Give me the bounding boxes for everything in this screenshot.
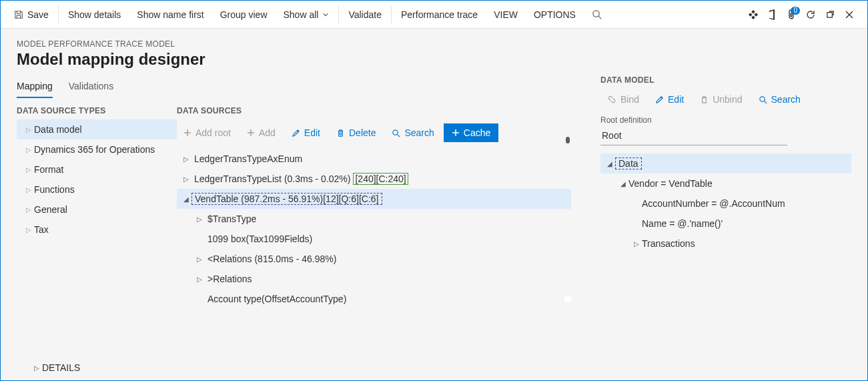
- svg-line-1: [598, 16, 601, 19]
- show-all-dropdown[interactable]: Show all: [276, 1, 338, 28]
- dst-item-functions[interactable]: ▷Functions: [17, 179, 177, 200]
- search-icon: [592, 9, 602, 19]
- dst-item-data-model[interactable]: ▷Data model: [17, 119, 177, 139]
- delete-button[interactable]: Delete: [330, 123, 382, 142]
- caret-down-icon: ◢: [181, 196, 191, 203]
- main-column: MODEL PERFORMANCE TRACE MODEL Model mapp…: [1, 29, 587, 380]
- ds-row-ledgertranstypelist[interactable]: ▷LedgerTransTypeList (0.3ms - 0.02%)[240…: [177, 169, 571, 189]
- vendtable-selected-text: VendTable (987.2ms - 56.91%)[12][Q:6][C:…: [191, 193, 382, 205]
- separator: [58, 6, 59, 23]
- svg-rect-4: [749, 13, 753, 17]
- save-button[interactable]: Save: [6, 1, 57, 28]
- scroll-thumb[interactable]: [564, 296, 571, 302]
- show-details-button[interactable]: Show details: [60, 1, 129, 28]
- add-button[interactable]: Add: [240, 123, 282, 142]
- dst-item-format[interactable]: ▷Format: [17, 159, 177, 179]
- tab-validations[interactable]: Validations: [69, 81, 113, 98]
- caret-right-icon: ▷: [23, 166, 34, 173]
- ds-row-transtype[interactable]: ▷$TransType: [177, 209, 571, 229]
- dm-row-accountnumber[interactable]: AccountNumber = @.AccountNum: [600, 194, 851, 214]
- dm-toolbar: Bind Edit Unbind Search: [600, 91, 851, 107]
- plus-icon: [183, 129, 191, 137]
- dst-item-general[interactable]: ▷General: [17, 200, 177, 220]
- caret-right-icon: ▷: [181, 155, 191, 163]
- ds-scrollbar[interactable]: [563, 137, 571, 359]
- caret-right-icon: ▷: [181, 175, 191, 183]
- caret-right-icon: ▷: [23, 126, 34, 133]
- svg-rect-3: [754, 13, 758, 17]
- search-icon: [759, 95, 767, 104]
- svg-point-0: [593, 11, 599, 17]
- toolbar-right: 0: [748, 9, 862, 20]
- pencil-icon: [292, 129, 300, 137]
- dst-item-tax[interactable]: ▷Tax: [17, 220, 177, 240]
- root-def-field[interactable]: Root: [600, 127, 787, 145]
- caret-right-icon: ▷: [194, 256, 205, 263]
- validate-button[interactable]: Validate: [340, 1, 390, 28]
- caret-right-icon: ▷: [631, 240, 642, 248]
- dm-row-vendor[interactable]: ◢Vendor = VendTable: [600, 173, 851, 194]
- separator: [391, 6, 392, 23]
- caret-right-icon: ▷: [194, 276, 205, 283]
- chevron-down-icon: [322, 11, 329, 18]
- view-button[interactable]: VIEW: [486, 1, 526, 28]
- caret-down-icon: ◢: [618, 180, 628, 187]
- save-label: Save: [27, 9, 49, 20]
- ds-row-vendtable[interactable]: ◢VendTable (987.2ms - 56.91%)[12][Q:6][C…: [177, 189, 571, 209]
- ds-toolbar: Add root Add Edit Delete: [177, 119, 571, 146]
- tabs: Mapping Validations: [17, 81, 571, 98]
- caret-right-icon: ▷: [31, 364, 42, 372]
- ds-row-account-type[interactable]: Account type(OffsetAccountType): [177, 289, 571, 309]
- popout-icon[interactable]: [825, 9, 835, 19]
- breadcrumb: MODEL PERFORMANCE TRACE MODEL: [17, 39, 571, 49]
- separator: [338, 6, 339, 23]
- ds-search-button[interactable]: Search: [385, 123, 440, 142]
- group-view-button[interactable]: Group view: [212, 1, 276, 28]
- dst-header: DATA SOURCE TYPES: [17, 106, 177, 115]
- bind-button[interactable]: Bind: [600, 91, 646, 107]
- options-button[interactable]: OPTIONS: [526, 1, 584, 28]
- performance-trace-button[interactable]: Performance trace: [393, 1, 486, 28]
- plus-icon: [452, 129, 460, 137]
- data-model-panel: DATA MODEL Bind Edit Unbind Search Root …: [587, 29, 867, 380]
- ds-row-ledgertranstypeaxenum[interactable]: ▷LedgerTransTypeAxEnum: [177, 149, 571, 169]
- ds-row-gt-relations[interactable]: ▷>Relations: [177, 269, 571, 289]
- pencil-icon: [655, 95, 664, 104]
- add-root-button[interactable]: Add root: [177, 123, 238, 142]
- search-button[interactable]: [584, 1, 610, 28]
- details-expand[interactable]: ▷ DETAILS: [17, 359, 571, 376]
- trash-icon: [336, 129, 345, 137]
- edit-button[interactable]: Edit: [285, 123, 327, 142]
- dm-search-button[interactable]: Search: [752, 91, 807, 107]
- data-sources-panel: DATA SOURCES Add root Add Edit: [177, 106, 571, 359]
- svg-rect-5: [751, 15, 755, 19]
- ds-row-lt-relations[interactable]: ▷<Relations (815.0ms - 46.98%): [177, 249, 571, 269]
- svg-rect-2: [751, 9, 755, 13]
- office-icon[interactable]: [768, 9, 777, 20]
- page-title: Model mapping designer: [17, 50, 571, 69]
- content-area: MODEL PERFORMANCE TRACE MODEL Model mapp…: [1, 29, 867, 380]
- ds-header: DATA SOURCES: [177, 106, 571, 115]
- svg-point-6: [393, 129, 398, 134]
- ds-row-1099box[interactable]: 1099 box(Tax1099Fields): [177, 229, 571, 249]
- dst-item-d365[interactable]: ▷Dynamics 365 for Operations: [17, 139, 177, 159]
- show-name-first-button[interactable]: Show name first: [129, 1, 211, 28]
- dm-row-data[interactable]: ◢Data: [600, 153, 851, 173]
- svg-line-7: [398, 134, 400, 137]
- cache-button[interactable]: Cache: [444, 123, 498, 142]
- ds-tree: ▷LedgerTransTypeAxEnum ▷LedgerTransTypeL…: [177, 149, 571, 309]
- unbind-button[interactable]: Unbind: [693, 91, 749, 107]
- dm-row-transactions[interactable]: ▷Transactions: [600, 234, 851, 254]
- close-icon[interactable]: [845, 10, 854, 19]
- apps-icon[interactable]: [748, 9, 759, 20]
- dm-row-name[interactable]: Name = @.'name()': [600, 214, 851, 234]
- scroll-thumb[interactable]: [566, 137, 570, 143]
- dm-edit-button[interactable]: Edit: [648, 91, 691, 107]
- cache-stats-box: [240][C:240]: [353, 173, 408, 185]
- svg-line-9: [764, 101, 767, 103]
- tab-mapping[interactable]: Mapping: [17, 81, 53, 98]
- caret-right-icon: ▷: [23, 226, 34, 234]
- dm-header: DATA MODEL: [600, 75, 851, 85]
- attachments-icon[interactable]: 0: [787, 9, 796, 20]
- refresh-icon[interactable]: [805, 9, 816, 20]
